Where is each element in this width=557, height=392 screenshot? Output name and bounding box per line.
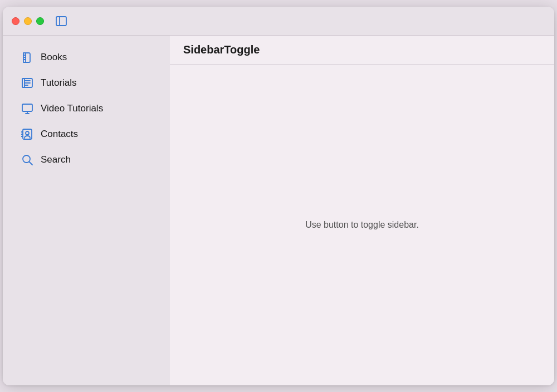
book-icon [21, 51, 34, 63]
svg-point-15 [26, 131, 29, 135]
main-header: SidebarToggle [170, 36, 554, 65]
sidebar-item-search[interactable]: Search [7, 148, 165, 171]
sidebar-item-tutorials[interactable]: Tutorials [7, 71, 165, 95]
sidebar-item-tutorials-label: Tutorials [41, 77, 77, 89]
maximize-button[interactable] [36, 17, 44, 25]
close-button[interactable] [12, 17, 19, 25]
sidebar-item-video-tutorials-label: Video Tutorials [41, 103, 103, 114]
sidebar-item-books[interactable]: Books [7, 46, 165, 69]
traffic-lights [12, 17, 44, 25]
sidebar-item-contacts[interactable]: Contacts [7, 122, 165, 146]
app-window: Books Tutorials [3, 7, 554, 385]
sidebar-item-search-label: Search [41, 154, 71, 165]
svg-rect-0 [56, 17, 66, 26]
main-content: SidebarToggle Use button to toggle sideb… [170, 36, 554, 385]
svg-rect-8 [22, 104, 32, 111]
main-instruction: Use button to toggle sidebar. [305, 220, 419, 230]
sidebar-item-contacts-label: Contacts [41, 129, 78, 140]
minimize-button[interactable] [24, 17, 32, 25]
list-icon [21, 77, 34, 89]
svg-line-17 [30, 162, 33, 165]
page-title: SidebarToggle [183, 43, 260, 56]
sidebar-toggle-icon [55, 15, 67, 27]
search-icon [21, 154, 34, 166]
sidebar-item-books-label: Books [41, 52, 67, 63]
sidebar: Books Tutorials [3, 36, 170, 385]
main-body: Use button to toggle sidebar. [170, 65, 554, 385]
window-body: Books Tutorials [3, 36, 554, 385]
titlebar [3, 7, 554, 36]
monitor-icon [21, 102, 34, 115]
svg-rect-7 [22, 79, 25, 87]
contacts-icon [21, 128, 34, 140]
sidebar-toggle-button[interactable] [53, 13, 70, 30]
sidebar-item-video-tutorials[interactable]: Video Tutorials [7, 97, 165, 120]
